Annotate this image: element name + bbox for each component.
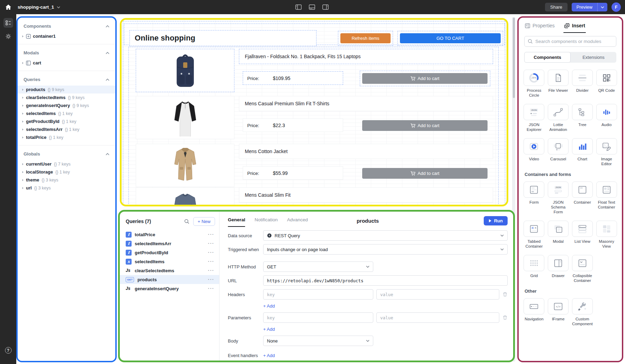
segment-extensions[interactable]: Extensions: [571, 52, 616, 63]
query-item-selectedItems[interactable]: xselectedItems···: [120, 257, 219, 266]
component-card-iframe[interactable]: </>IFrame: [547, 298, 569, 326]
query-item-menu[interactable]: ···: [208, 242, 215, 245]
component-tree-icon[interactable]: [3, 18, 13, 28]
expand-caret-icon[interactable]: [22, 163, 26, 165]
add-to-cart-button[interactable]: Add to cart: [362, 120, 488, 131]
expand-caret-icon[interactable]: [22, 105, 26, 107]
expand-caret-icon[interactable]: [22, 171, 26, 173]
product-row[interactable]: Mens Casual Premium Slim Fit T-ShirtsPri…: [129, 96, 498, 143]
expand-caret-icon[interactable]: [22, 89, 26, 91]
component-card-json-schema-form[interactable]: JSONJSON Schema Form: [547, 181, 569, 214]
explorer-item-currentUser[interactable]: currentUser{} 7 keys: [18, 160, 115, 168]
component-card-collapsible-container[interactable]: Collapsible Container: [572, 255, 593, 283]
query-search-icon[interactable]: [184, 219, 189, 224]
refresh-items-button[interactable]: Refresh items: [340, 33, 391, 43]
expand-caret-icon[interactable]: [22, 121, 26, 123]
explorer-item-clearSelectedtems[interactable]: clearSelectedtems{} 9 keys: [18, 94, 115, 101]
component-card-json-explorer[interactable]: JSONJSON Explorer: [523, 104, 545, 132]
add-header-link[interactable]: + Add: [263, 303, 275, 309]
product-row[interactable]: Mens Cotton JacketPrice:$55.99Add to car…: [129, 144, 498, 191]
explorer-item-selectedItems[interactable]: selectedItems{} 1 key: [18, 109, 115, 117]
query-item-products[interactable]: GETproducts···: [120, 275, 219, 284]
query-item-menu[interactable]: ···: [208, 287, 215, 290]
http-method-select[interactable]: GET: [263, 261, 373, 272]
component-card-tabbed-container[interactable]: ABTabbed Container: [523, 221, 545, 249]
expand-caret-icon[interactable]: [22, 113, 26, 115]
query-item-selectedItemsArr[interactable]: fselectedItemsArr···: [120, 239, 219, 248]
tab-insert[interactable]: Insert: [564, 23, 585, 33]
add-event-handler-link[interactable]: + Add: [263, 353, 275, 358]
header-key-input[interactable]: [263, 289, 373, 300]
preview-label[interactable]: Preview: [572, 3, 597, 11]
go-to-cart-button[interactable]: GO TO CART: [400, 33, 501, 43]
tab-properties[interactable]: Properties: [525, 23, 555, 33]
component-card-image-editor[interactable]: Image Editor: [596, 138, 617, 166]
product-list-view[interactable]: Fjallraven - Foldsack No. 1 Backpack, Fi…: [128, 47, 499, 206]
toggle-right-panel-icon[interactable]: [322, 5, 329, 10]
component-card-navigation[interactable]: Navigation: [523, 298, 545, 326]
component-card-process-circle[interactable]: 25%Process Circle: [523, 70, 545, 98]
component-card-divider[interactable]: Divider: [572, 70, 593, 98]
query-item-getProductById[interactable]: fgetProductById···: [120, 248, 219, 257]
add-parameter-link[interactable]: + Add: [263, 327, 275, 332]
expand-caret-icon[interactable]: [22, 97, 26, 99]
expand-caret-icon[interactable]: [22, 128, 26, 131]
explorer-item-selectedItemsArr[interactable]: selectedItemsArr{} 1 key: [18, 125, 115, 133]
chevron-up-icon[interactable]: [106, 50, 109, 56]
header-value-input[interactable]: [376, 289, 499, 300]
component-card-carousel[interactable]: Carousel: [547, 138, 569, 166]
expand-caret-icon[interactable]: [22, 136, 26, 139]
component-card-drawer[interactable]: Drawer: [547, 255, 569, 283]
explorer-item-generateInsertQuery[interactable]: generateInsertQuery{} 9 keys: [18, 101, 115, 109]
query-item-menu[interactable]: ···: [208, 233, 215, 236]
tab-notification[interactable]: Notification: [255, 214, 278, 227]
explorer-item-theme[interactable]: theme{} 3 keys: [18, 176, 115, 184]
query-item-menu[interactable]: ···: [208, 269, 215, 272]
run-query-button[interactable]: Run: [484, 216, 508, 225]
explorer-item-totalPrice[interactable]: totalPrice{} 1 key: [18, 133, 115, 141]
toggle-left-panel-icon[interactable]: [295, 5, 302, 10]
explorer-item-getProductById[interactable]: getProductById{} 1 key: [18, 117, 115, 125]
settings-gear-icon[interactable]: [3, 32, 13, 41]
component-card-container-box[interactable]: Container: [572, 181, 593, 214]
home-button[interactable]: [0, 4, 16, 11]
query-item-menu[interactable]: ···: [208, 260, 215, 263]
expand-caret-icon[interactable]: [22, 179, 26, 181]
delete-header-icon[interactable]: [502, 292, 508, 297]
section-header-queries[interactable]: Queries: [18, 76, 115, 82]
query-item-menu[interactable]: ···: [208, 278, 215, 281]
header-container[interactable]: Online shopping Refresh items GO TO CART: [124, 24, 505, 45]
component-card-tree[interactable]: Tree: [572, 104, 593, 132]
query-item-totalPrice[interactable]: ftotalPrice···: [120, 230, 219, 239]
component-card-list-view[interactable]: List View: [572, 221, 593, 249]
product-row[interactable]: Fjallraven - Foldsack No. 1 Backpack, Fi…: [129, 49, 498, 96]
chevron-up-icon[interactable]: [106, 76, 109, 82]
app-menu-chevron-icon[interactable]: [57, 6, 60, 8]
explorer-item-cart[interactable]: cart: [18, 59, 115, 67]
component-card-float-text-container[interactable]: Float Text Container: [596, 181, 617, 214]
expand-caret-icon[interactable]: [22, 187, 26, 189]
parameter-value-input[interactable]: [376, 312, 499, 323]
query-item-generateInsertQuery[interactable]: JsgenerateInsertQuery···: [120, 284, 219, 293]
scrollbar-thumb[interactable]: [513, 18, 515, 98]
component-card-grid-box[interactable]: Grid: [523, 255, 545, 283]
query-item-menu[interactable]: ···: [208, 251, 215, 254]
chevron-up-icon[interactable]: [106, 151, 109, 157]
component-search[interactable]: [524, 36, 616, 47]
delete-parameter-icon[interactable]: [502, 315, 508, 320]
product-row[interactable]: Mens Casual Slim Fit: [129, 187, 498, 206]
title-component[interactable]: Online shopping: [130, 30, 316, 46]
segment-components[interactable]: Components: [524, 52, 571, 63]
expand-caret-icon[interactable]: [22, 62, 26, 64]
component-card-qr-code[interactable]: QR Code: [596, 70, 617, 98]
component-card-chart[interactable]: Chart: [572, 138, 593, 166]
section-header-components[interactable]: Components: [18, 23, 115, 29]
chevron-up-icon[interactable]: [106, 23, 109, 29]
tab-general[interactable]: General: [228, 214, 245, 227]
data-source-select[interactable]: REST Query: [263, 230, 508, 241]
explorer-item-container1[interactable]: container1: [18, 32, 115, 40]
avatar[interactable]: F: [611, 2, 621, 12]
parameter-key-input[interactable]: [263, 312, 373, 323]
component-card-form[interactable]: Form: [523, 181, 545, 214]
app-name[interactable]: shopping-cart_1: [18, 5, 54, 10]
